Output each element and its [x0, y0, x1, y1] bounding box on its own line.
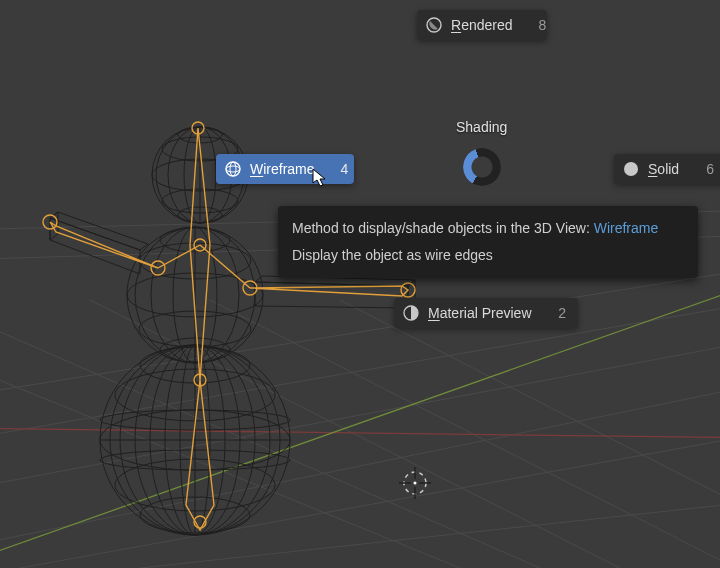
globe-shaded-icon: [425, 16, 443, 34]
pie-menu-title-text: Shading: [456, 119, 507, 135]
svg-line-1: [0, 300, 720, 442]
mode-hint: 2: [558, 305, 566, 321]
tooltip: Method to display/shade objects in the 3…: [278, 206, 698, 278]
shading-mode-wireframe[interactable]: Wireframe 4: [216, 154, 354, 184]
shading-mode-material-preview[interactable]: Material Preview 2: [394, 298, 578, 328]
mode-label: Rendered: [451, 17, 513, 33]
tooltip-line-1: Method to display/shade objects in the 3…: [292, 218, 684, 239]
globe-wire-icon: [224, 160, 242, 178]
circle-solid-icon: [622, 160, 640, 178]
svg-line-4: [20, 432, 720, 568]
tooltip-line-2: Display the object as wire edges: [292, 245, 684, 266]
shading-mode-rendered[interactable]: Rendered 8: [417, 10, 547, 40]
viewport-3d[interactable]: Shading Rendered 8 Wireframe 4 Solid 6: [0, 0, 720, 568]
svg-point-66: [226, 162, 240, 176]
svg-line-5: [140, 500, 720, 568]
mode-label: Material Preview: [428, 305, 532, 321]
svg-point-67: [226, 166, 240, 172]
mode-label: Wireframe: [250, 161, 315, 177]
pie-menu-title: Shading: [456, 119, 507, 135]
pie-menu-ring: [463, 148, 501, 186]
shading-mode-solid[interactable]: Solid 6: [614, 154, 720, 184]
mode-hint: 4: [341, 161, 349, 177]
svg-point-69: [624, 162, 638, 176]
tooltip-link: Wireframe: [594, 220, 659, 236]
scene-canvas: [0, 0, 720, 568]
svg-point-64: [414, 482, 417, 485]
mode-label: Solid: [648, 161, 680, 177]
svg-line-8: [210, 300, 720, 560]
svg-line-10: [0, 360, 460, 568]
material-preview-icon: [402, 304, 420, 322]
snowman-wireframe: [50, 127, 415, 535]
svg-line-0: [0, 266, 720, 398]
mode-hint: 6: [706, 161, 714, 177]
svg-point-68: [230, 162, 236, 176]
svg-line-14: [0, 278, 720, 568]
mode-hint: 8: [539, 17, 547, 33]
axes: [0, 278, 720, 568]
svg-line-3: [0, 382, 720, 550]
